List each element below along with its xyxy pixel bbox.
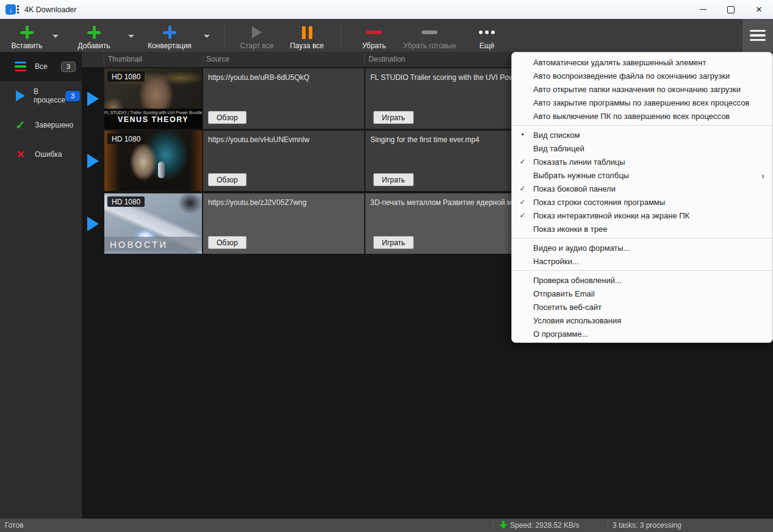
add-plus-icon: [87, 23, 101, 41]
paste-dropdown-icon[interactable]: [52, 35, 59, 38]
start-all-button[interactable]: Старт все: [237, 21, 277, 50]
sidebar-item-all[interactable]: Все 3: [0, 52, 82, 81]
browse-button[interactable]: Обзор: [208, 111, 246, 124]
pause-icon: [302, 23, 312, 41]
menu-separator: [512, 125, 772, 126]
quality-badge: HD 1080: [107, 71, 145, 82]
tasks-text: 3 tasks: 3 processing: [613, 521, 681, 530]
status-text: Готов: [5, 521, 24, 530]
menu-item-check-updates[interactable]: Проверка обновлений...: [512, 273, 772, 287]
thumb-caption-small: FL STUDIO | Trailer Scoring with UVI Pow…: [104, 110, 202, 115]
sidebar-item-error[interactable]: ✕ Ошибка: [0, 140, 82, 169]
checkmark-icon: ✓: [512, 198, 533, 206]
remove-done-button[interactable]: Убрать готовые: [398, 21, 461, 50]
paste-button[interactable]: Вставить: [5, 21, 49, 50]
add-button[interactable]: Добавить: [72, 21, 116, 50]
header-thumbnail[interactable]: Thumbnail: [108, 55, 142, 63]
thumb-caption-big: VENUS THEORY: [104, 115, 202, 124]
minus-gray-icon: [422, 23, 437, 41]
checkmark-icon: ✓: [512, 184, 533, 193]
list-all-icon: [15, 62, 26, 72]
add-dropdown-icon[interactable]: [128, 35, 134, 38]
menu-item-auto-shutdown[interactable]: Авто выключение ПК по завершению всех пр…: [512, 109, 772, 123]
menu-item-list-view[interactable]: • Вид списком: [512, 128, 772, 142]
minus-icon: [366, 23, 382, 41]
menu-item-auto-close[interactable]: Авто закрытие программы по завершению вс…: [512, 96, 772, 109]
play-file-button[interactable]: Играть: [373, 173, 414, 186]
sidebar-item-completed[interactable]: ✓ Завершено: [0, 110, 82, 140]
pause-all-button[interactable]: Пауза все: [286, 21, 328, 50]
browse-button[interactable]: Обзор: [208, 173, 246, 186]
menu-item-show-desktop-icon[interactable]: ✓ Показ интерактивной иконки на экране П…: [512, 209, 772, 222]
row-play-icon[interactable]: [87, 92, 99, 106]
menu-separator: [512, 270, 772, 271]
menu-item-auto-play[interactable]: Авто воспроизведение файла по окончанию …: [512, 69, 772, 82]
in-progress-count-badge: 3: [65, 91, 80, 101]
play-file-button[interactable]: Играть: [373, 111, 414, 124]
menu-item-formats[interactable]: Видео и аудио форматы...: [512, 241, 772, 254]
quality-badge: HD 1080: [107, 134, 145, 144]
play-icon: [252, 23, 262, 41]
minimize-button[interactable]: [689, 0, 717, 19]
statusbar: Готов Speed: 2928.52 KB/s 3 tasks: 3 pro…: [0, 519, 773, 532]
thumb-overlay-text: НОВОСТИ: [104, 237, 202, 251]
submenu-arrow-icon: ›: [761, 170, 772, 181]
main-menu-button[interactable]: [742, 19, 773, 52]
hamburger-icon: [750, 30, 766, 41]
radio-bullet-icon: •: [512, 131, 533, 139]
window-title: 4K Downloader: [24, 5, 76, 14]
video-thumbnail[interactable]: HD 1080 FL STUDIO | Trailer Scoring with…: [104, 68, 202, 129]
source-url: https://youtu.be/vHuUNEvmnlw: [208, 135, 359, 145]
all-count-badge: 3: [61, 62, 76, 72]
maximize-button[interactable]: [717, 0, 745, 19]
convert-button[interactable]: Конвертация: [144, 21, 195, 50]
more-button[interactable]: Ещё: [473, 21, 500, 50]
row-play-icon[interactable]: [87, 217, 99, 231]
menu-item-settings[interactable]: Настройки...: [512, 254, 772, 268]
menu-item-show-sidebar[interactable]: ✓ Показ боковой панели: [512, 182, 772, 195]
in-progress-play-icon: [16, 90, 25, 101]
checkmark-icon: ✓: [512, 157, 533, 166]
speed-text: Speed: 2928.52 KB/s: [510, 521, 579, 530]
menu-item-auto-open-folder[interactable]: Авто открытие папки назначения по оконча…: [512, 82, 772, 96]
download-speed-icon: [500, 521, 507, 529]
convert-dropdown-icon[interactable]: [204, 35, 210, 38]
menu-item-show-statusbar[interactable]: ✓ Показ строки состояния программы: [512, 195, 772, 209]
app-menu: Автоматически удалять завершенный элемен…: [511, 52, 773, 343]
browse-button[interactable]: Обзор: [208, 236, 246, 249]
checkmark-icon: ✓: [512, 211, 533, 220]
convert-plus-icon: [163, 23, 176, 41]
titlebar: ↓ 4K Downloader ✕: [0, 0, 773, 19]
source-url: https://youtu.be/zJ2V05Z7wng: [208, 198, 359, 207]
video-thumbnail[interactable]: HD 1080: [104, 131, 202, 191]
header-destination[interactable]: Destination: [369, 55, 405, 63]
menu-item-show-tray-icon[interactable]: Показ иконки в трее: [512, 222, 772, 235]
toolbar: Вставить Добавить Конвертация Старт все …: [0, 19, 773, 52]
menu-item-visit-website[interactable]: Посетить веб-сайт: [512, 300, 772, 314]
menu-item-about[interactable]: О программе...: [512, 327, 772, 340]
menu-item-send-email[interactable]: Отправить Email: [512, 287, 772, 300]
sidebar-item-in-progress[interactable]: В процессе 3: [0, 81, 82, 110]
ellipsis-icon: [479, 23, 495, 41]
app-logo-icon: ↓: [5, 4, 16, 15]
header-source[interactable]: Source: [206, 55, 229, 63]
menu-item-terms[interactable]: Условия использования: [512, 314, 772, 327]
menu-item-table-view[interactable]: Вид таблицей: [512, 142, 772, 155]
row-play-icon[interactable]: [87, 154, 99, 168]
menu-item-auto-remove[interactable]: Автоматически удалять завершенный элемен…: [512, 56, 772, 69]
quality-badge: HD 1080: [107, 196, 145, 207]
error-x-icon: ✕: [15, 148, 26, 161]
play-file-button[interactable]: Играть: [373, 236, 414, 249]
sidebar: Все 3 В процессе 3 ✓ Завершено ✕ Ошибка: [0, 52, 82, 519]
microphone-shape: [158, 162, 165, 178]
menu-item-show-table-lines[interactable]: ✓ Показать линии таблицы: [512, 155, 772, 168]
menu-item-choose-columns[interactable]: Выбрать нужные столбцы ›: [512, 168, 772, 182]
remove-button[interactable]: Убрать: [355, 21, 393, 50]
source-url: https://youtu.be/uRB-6dU5QkQ: [208, 73, 359, 82]
menu-separator: [512, 238, 772, 239]
app-window: ↓ 4K Downloader ✕ Вставить Добавить Конв…: [0, 0, 773, 532]
check-icon: ✓: [15, 118, 26, 132]
video-thumbnail[interactable]: HD 1080 НОВОСТИ: [104, 193, 202, 254]
app-logo-dots-icon: [17, 5, 19, 13]
close-button[interactable]: ✕: [745, 0, 773, 19]
